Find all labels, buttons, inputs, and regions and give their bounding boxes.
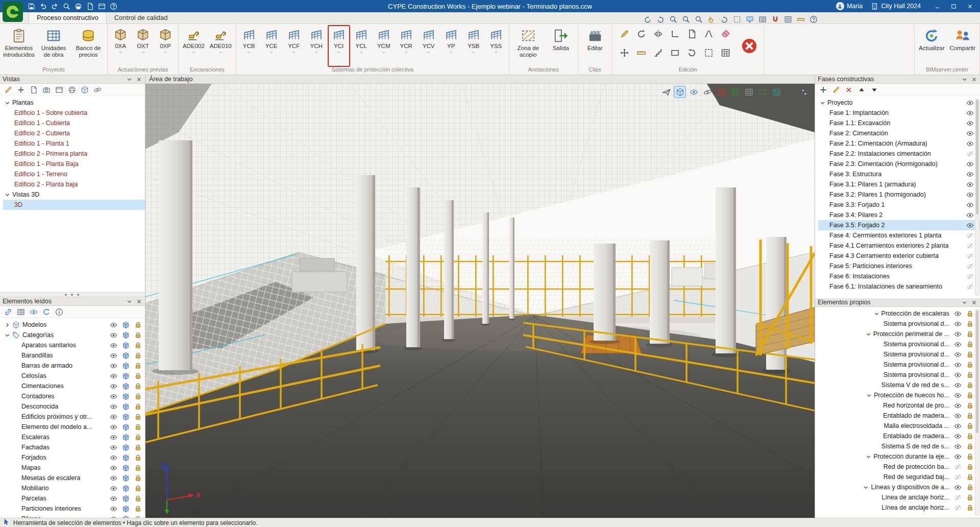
frame-icon[interactable] (733, 15, 741, 23)
ribbon-button-editar[interactable]: Editar (580, 26, 610, 66)
eye-icon[interactable] (110, 464, 117, 472)
chevron-down-icon[interactable] (819, 100, 826, 106)
fase-item-fase-6-1-instalaciones-de-saneamiento[interactable]: Fase 6.1: Instalaciones de saneamiento (818, 281, 980, 292)
undo-icon[interactable] (39, 3, 47, 10)
fase-item-fase-3-4-pilares-2[interactable]: Fase 3.4: Pilares 2 (818, 210, 980, 220)
chevron-down-icon[interactable] (873, 310, 880, 317)
ribbon-button-0xp[interactable]: 0XP (155, 26, 176, 66)
close-icon[interactable] (136, 298, 142, 305)
propios-item-red-de-seguridad-baj[interactable]: Red de seguridad baj... (818, 472, 980, 482)
ribbon-button-ycr[interactable]: YCR (396, 26, 417, 66)
leidos-group-modelos[interactable]: Modelos (3, 320, 145, 330)
eye-off-icon[interactable] (966, 242, 974, 250)
cube-icon[interactable] (122, 321, 130, 329)
lock-icon[interactable] (134, 423, 142, 431)
view-item-edificio-1-sobre-cubierta[interactable]: Edificio 1 - Sobre cubierta (3, 108, 145, 118)
lock-icon[interactable] (966, 443, 974, 450)
viewport-tool-texture-teal[interactable] (771, 86, 782, 98)
eye-icon[interactable] (110, 505, 117, 513)
close-icon[interactable] (971, 299, 977, 306)
eye-off-icon[interactable] (966, 273, 974, 280)
panel-splitter[interactable]: ● ● ● (0, 292, 145, 297)
propios-item-sistema-provisional-d[interactable]: Sistema provisional d... (818, 370, 980, 380)
eye-icon[interactable] (110, 444, 117, 451)
ribbon-button-banco-de-precios[interactable]: Banco de precios (71, 26, 105, 66)
close-icon[interactable] (136, 76, 142, 83)
edit-tool-grid[interactable] (720, 47, 732, 59)
lock-icon[interactable] (966, 494, 974, 501)
tab-proceso-constructivo[interactable]: Proceso constructivo (29, 12, 107, 23)
cube-icon[interactable] (122, 362, 130, 370)
eye-icon[interactable] (110, 454, 117, 462)
eye-icon[interactable] (110, 342, 117, 349)
eye-icon[interactable] (954, 402, 962, 410)
lock-icon[interactable] (134, 403, 142, 411)
ribbon-button-ycm[interactable]: YCM (373, 26, 395, 66)
category-item-celosías[interactable]: Celosías (3, 371, 145, 381)
project-menu[interactable]: City Hall 2024 (871, 3, 921, 10)
view-item-edificio-1-planta-baja[interactable]: Edificio 1 - Planta Baja (3, 159, 145, 169)
move-down-icon[interactable] (870, 86, 878, 94)
eye-icon[interactable] (110, 393, 117, 400)
eye-icon[interactable] (110, 382, 117, 390)
viewport-tool-texture-solid[interactable] (757, 86, 768, 98)
propios-item-línea-de-anclaje-horiz[interactable]: Línea de anclaje horiz... (818, 502, 980, 513)
ribbon-button-ych[interactable]: YCH (306, 26, 327, 66)
eye-icon[interactable] (954, 443, 962, 450)
chevron-down-icon[interactable] (865, 453, 872, 460)
lock-icon[interactable] (134, 382, 142, 390)
ribbon-button-unidades-de-obra[interactable]: Unidades de obra (37, 26, 70, 66)
lock-icon[interactable] (966, 453, 974, 461)
cube-icon[interactable] (122, 403, 130, 411)
copy-icon[interactable] (86, 3, 94, 10)
cube-icon[interactable] (122, 372, 130, 380)
rotate-left-icon[interactable] (644, 15, 652, 23)
lock-icon[interactable] (966, 463, 974, 471)
chevron-down-icon[interactable] (4, 332, 11, 339)
category-item-particiones-interiores[interactable]: Particiones interiores (3, 504, 145, 514)
close-button[interactable] (962, 0, 978, 12)
chevron-right-icon[interactable] (4, 322, 11, 328)
lock-icon[interactable] (966, 330, 974, 338)
eye-off-icon[interactable] (954, 494, 962, 501)
chevron-down-icon[interactable] (126, 76, 133, 83)
print-icon[interactable] (68, 86, 76, 94)
window-icon[interactable] (98, 3, 106, 10)
fase-item-fase-4-cerrmientos-exteriores-1-planta[interactable]: Fase 4: Cerrmientos exteriores 1 planta (818, 230, 980, 241)
category-item-aparatos-sanitarios[interactable]: Aparatos sanitarios (3, 340, 145, 350)
edit-tool-join[interactable] (703, 28, 715, 40)
propios-item-red-horizontal-de-pro[interactable]: Red horizontal de pro... (818, 400, 980, 411)
view-item-edificio-1-planta-1[interactable]: Edificio 1 - Planta 1 (3, 138, 145, 149)
lock-icon[interactable] (966, 422, 974, 430)
ribbon-button-ade002[interactable]: ADE002 (181, 26, 207, 66)
fase-item-fase-3-estructura[interactable]: Fase 3: Estructura (818, 169, 980, 179)
lock-icon[interactable] (134, 342, 142, 349)
propios-scrollbar[interactable] (975, 309, 979, 516)
eye-icon[interactable] (966, 171, 974, 178)
category-item-barras-de-armado[interactable]: Barras de armado (3, 361, 145, 371)
chevron-down-icon[interactable] (866, 392, 872, 399)
lock-icon[interactable] (134, 393, 142, 400)
maximize-button[interactable] (945, 0, 962, 12)
eye-off-icon[interactable] (966, 150, 974, 158)
chevron-down-icon[interactable] (961, 76, 968, 83)
zoom-icon[interactable] (63, 3, 70, 10)
lock-icon[interactable] (966, 484, 974, 491)
cube-icon[interactable] (122, 331, 130, 339)
eye-icon[interactable] (954, 351, 962, 358)
link-icon[interactable] (4, 308, 12, 316)
ribbon-button-oxt[interactable]: OXT (132, 26, 154, 66)
vistas-group-vistas-3d[interactable]: Vistas 3D (3, 189, 145, 200)
pan-icon[interactable] (707, 15, 716, 23)
edit-tool-rotate-ccw[interactable] (686, 47, 698, 59)
fase-item-fase-2-1-cimentación-armadura[interactable]: Fase 2.1: Cimentación (Armadura) (818, 138, 980, 149)
propios-item-sistema-provisional-d[interactable]: Sistema provisional d... (818, 339, 980, 349)
fase-item-fase-1-implantación[interactable]: Fase 1: Implantación (818, 108, 980, 118)
ribbon-button-ycf[interactable]: YCF (283, 26, 305, 66)
cube-icon[interactable] (122, 495, 130, 502)
cube-icon[interactable] (122, 474, 130, 482)
ribbon-button-yce[interactable]: YCE (261, 26, 282, 66)
lock-icon[interactable] (966, 402, 974, 410)
monitor-icon[interactable] (746, 15, 754, 23)
view-item-edificio-1-cubierta[interactable]: Edificio 1 - Cubierta (3, 118, 145, 128)
